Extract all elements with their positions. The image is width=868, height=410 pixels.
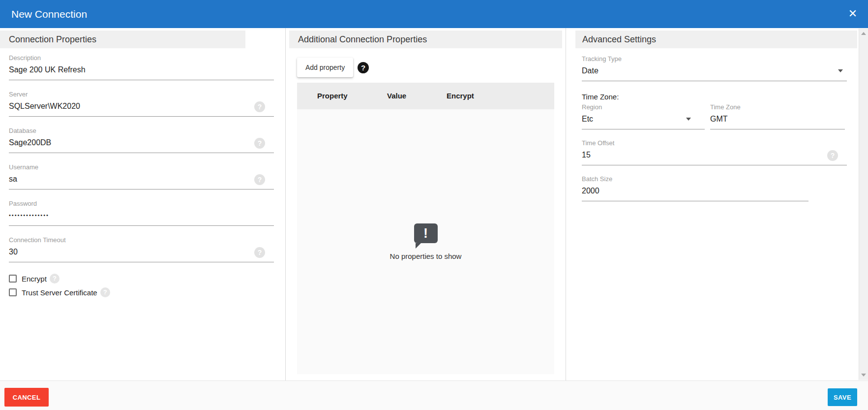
connection-timeout-field: Connection Timeout 30 ? xyxy=(9,236,274,262)
username-input[interactable]: sa xyxy=(9,174,274,184)
username-label: Username xyxy=(9,163,274,171)
tracking-type-label: Tracking Type xyxy=(582,55,847,63)
trust-server-certificate-checkbox[interactable] xyxy=(9,288,17,296)
description-label: Description xyxy=(9,54,274,62)
column-divider xyxy=(566,28,566,380)
close-icon[interactable]: ✕ xyxy=(845,6,860,21)
server-label: Server xyxy=(9,91,274,98)
password-field: Password •••••••••••••• xyxy=(9,200,274,226)
help-icon[interactable]: ? xyxy=(254,101,265,112)
encrypt-checkbox[interactable] xyxy=(9,275,17,283)
username-field: Username sa ? xyxy=(9,163,274,189)
help-icon[interactable]: ? xyxy=(254,138,265,149)
database-field: Database Sage200DB ? xyxy=(9,127,274,153)
time-zone-field: Time Zone GMT xyxy=(710,103,845,129)
page-title: New Connection xyxy=(11,8,87,20)
encrypt-label: Encrypt xyxy=(22,275,47,283)
help-icon[interactable]: ? xyxy=(358,62,369,73)
password-input[interactable]: •••••••••••••• xyxy=(9,211,274,220)
properties-table-body: ! No properties to show xyxy=(297,109,554,374)
time-zone-input[interactable]: GMT xyxy=(710,114,845,124)
batch-size-field: Batch Size 2000 xyxy=(582,175,808,201)
additional-properties-header: Additional Connection Properties xyxy=(289,31,562,48)
chevron-down-icon[interactable] xyxy=(838,69,843,72)
connection-properties-form: Description Sage 200 UK Refresh Server S… xyxy=(9,54,274,273)
help-icon[interactable]: ? xyxy=(100,287,110,297)
connection-checkboxes: Encrypt ? Trust Server Certificate ? xyxy=(9,274,110,301)
encrypt-row: Encrypt ? xyxy=(9,274,110,284)
value-column-header: Value xyxy=(387,83,406,109)
time-offset-input[interactable]: 15 xyxy=(582,150,847,159)
chevron-down-icon[interactable] xyxy=(686,118,691,121)
scroll-down-icon[interactable] xyxy=(861,374,866,377)
help-icon[interactable]: ? xyxy=(254,247,265,258)
connection-properties-header: Connection Properties xyxy=(0,31,245,48)
vertical-scrollbar[interactable] xyxy=(859,29,868,380)
region-label: Region xyxy=(582,103,705,111)
scroll-up-icon[interactable] xyxy=(861,32,866,35)
description-field: Description Sage 200 UK Refresh xyxy=(9,54,274,80)
database-input[interactable]: Sage200DB xyxy=(9,138,274,147)
dialog-titlebar: New Connection ✕ xyxy=(0,0,868,28)
help-icon[interactable]: ? xyxy=(254,174,265,185)
add-property-button[interactable]: Add property xyxy=(297,58,353,77)
password-label: Password xyxy=(9,200,274,207)
advanced-settings-header: Advanced Settings xyxy=(575,31,857,48)
server-field: Server SQLServer\WK2020 ? xyxy=(9,91,274,117)
empty-state-message: No properties to show xyxy=(390,252,462,260)
time-offset-field: Time Offset 15 ? xyxy=(582,139,847,165)
description-input[interactable]: Sage 200 UK Refresh xyxy=(9,65,274,74)
database-label: Database xyxy=(9,127,274,134)
properties-table-header: Property Value Encrypt xyxy=(297,83,554,109)
batch-size-label: Batch Size xyxy=(582,175,808,183)
trust-server-certificate-label: Trust Server Certificate xyxy=(22,288,97,297)
time-offset-label: Time Offset xyxy=(582,139,847,147)
trust-server-certificate-row: Trust Server Certificate ? xyxy=(9,287,110,297)
connection-timeout-label: Connection Timeout xyxy=(9,236,274,244)
help-icon[interactable]: ? xyxy=(827,150,838,161)
property-column-header: Property xyxy=(317,83,348,109)
dialog-footer: CANCEL SAVE xyxy=(0,380,868,410)
column-divider xyxy=(285,28,286,380)
connection-timeout-input[interactable]: 30 xyxy=(9,247,274,256)
region-field: Region Etc xyxy=(582,103,705,129)
alert-bubble-icon: ! xyxy=(414,223,438,243)
time-zone-group-label: Time Zone: xyxy=(582,93,619,101)
save-button[interactable]: SAVE xyxy=(828,388,857,406)
encrypt-column-header: Encrypt xyxy=(447,83,474,109)
tracking-type-select[interactable]: Date xyxy=(582,66,847,75)
batch-size-input[interactable]: 2000 xyxy=(582,186,808,195)
tracking-type-field: Tracking Type Date xyxy=(582,55,847,81)
help-icon[interactable]: ? xyxy=(50,274,60,284)
cancel-button[interactable]: CANCEL xyxy=(4,388,49,407)
time-zone-label: Time Zone xyxy=(710,103,845,111)
server-input[interactable]: SQLServer\WK2020 xyxy=(9,101,274,111)
